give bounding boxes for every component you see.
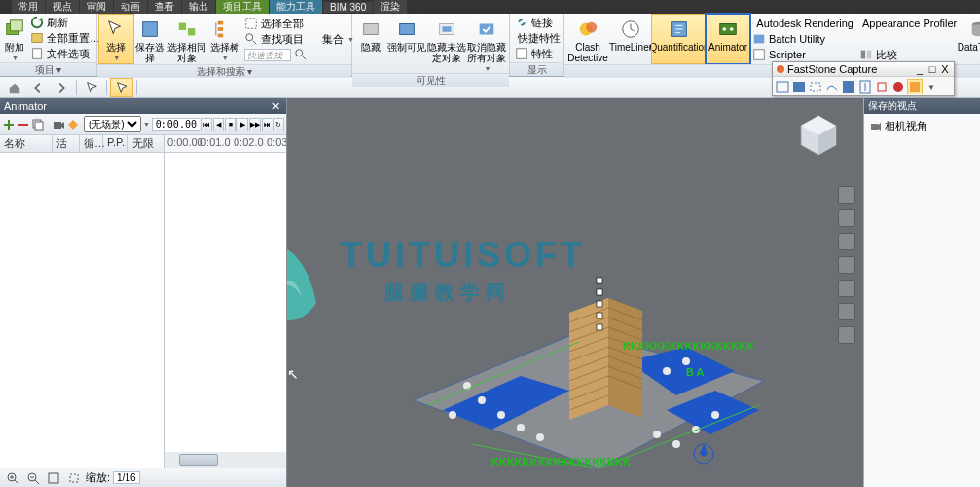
fs-capture-full-button[interactable] [841,79,856,94]
fs-settings-button[interactable]: ▼ [924,79,939,94]
timecode-display[interactable]: 0:00.00 [152,118,200,131]
tab-review[interactable]: 审阅 [80,0,113,14]
faststone-window[interactable]: FastStone Capture _ □ X ▼ [772,61,955,96]
select-button[interactable]: 选择▼ [99,15,133,63]
animator-close-button[interactable]: ✕ [269,100,282,113]
saved-viewpoints-title[interactable]: 保存的视点 [864,98,980,114]
fs-max-button[interactable]: □ [926,63,938,75]
tab-animation[interactable]: 动画 [114,0,147,14]
scroll-icon [858,80,872,94]
zoom-fit-button[interactable] [45,469,62,487]
autodesk-rendering-button[interactable]: Autodesk Rendering [749,16,856,31]
quantification-button[interactable]: Quantification [652,15,707,63]
play-last-button[interactable]: ⏭ [262,118,272,131]
qa-home-button[interactable] [4,79,25,96]
compare-button[interactable]: 比较 [856,47,958,62]
anim-key-button[interactable] [66,116,80,133]
file-options-button[interactable]: 文件选项 [27,46,103,61]
zoom-out-button[interactable] [24,469,42,487]
fs-min-button[interactable]: _ [914,63,926,75]
fs-capture-scroll-button[interactable] [857,79,873,94]
timeline-ruler[interactable]: 0:00.00 0:01.0 0:02.0 0:03.0 [165,135,286,153]
anim-copy-button[interactable] [31,116,45,133]
nav-zoom-button[interactable] [838,209,855,227]
animator-title-bar[interactable]: Animator ✕ [0,98,286,114]
nav-more-button[interactable] [838,326,855,344]
play-stop-button[interactable]: ■ [225,118,236,131]
save-select-button[interactable]: 保存选择 [133,15,167,63]
animator-tree-body[interactable] [0,153,164,468]
tab-output[interactable]: 输出 [182,0,215,14]
props-button[interactable]: 特性 [512,46,563,61]
nav-orbit-button[interactable] [838,233,855,250]
timeline-scrollbar[interactable] [165,452,286,468]
anim-add-button[interactable] [2,116,16,133]
zoom-sel-button[interactable] [65,469,83,487]
play-prev-button[interactable]: ◀ [213,118,224,131]
saved-viewpoints-body[interactable]: 相机视角 [864,114,980,487]
tab-ability[interactable]: 能力工具 [270,0,322,14]
link-button[interactable]: 链接 [512,15,563,30]
scripter-button[interactable]: Scripter [749,47,856,62]
nav-pan-button[interactable] [838,186,855,204]
attach-button[interactable]: 附加▼ [2,15,27,61]
hide-button[interactable]: 隐藏 [354,15,387,72]
fs-close-button[interactable]: X [939,63,951,75]
cursor-icon [103,19,128,40]
find-item-button[interactable]: 查找项目 [241,31,316,47]
qa-back-button[interactable] [27,79,49,96]
fs-output-button[interactable] [907,79,923,94]
fs-record-button[interactable] [890,79,906,94]
svg-rect-105 [811,83,820,91]
animator-button[interactable]: Animator [707,15,749,63]
sets-button[interactable]: 集合▼ [316,31,349,47]
appearance-profiler-button[interactable]: Appearance Profiler [856,16,958,31]
nav-walk-button[interactable] [838,280,855,297]
play-next-button[interactable]: ▶▶ [249,118,261,131]
anim-cam-button[interactable] [52,116,65,133]
tab-view[interactable]: 查看 [148,0,181,14]
quick-find-input[interactable]: 快速查找 [241,47,316,62]
tab-viewpoint[interactable]: 视点 [46,0,79,14]
qa-select-button[interactable] [81,79,102,96]
quick-props-button[interactable]: 快捷特性 [512,30,563,46]
nav-look-button[interactable] [838,256,855,274]
unhide-all-button[interactable]: 取消隐藏所有对象▼ [467,15,507,72]
reset-all-button[interactable]: 全部重置… [27,30,103,46]
qa-select2-button[interactable] [111,79,132,96]
force-visible-button[interactable]: 强制可见 [387,15,427,72]
fs-capture-active-button[interactable] [775,79,790,94]
zoom-field[interactable]: 1/16 [113,471,139,484]
tab-bim360[interactable]: BIM 360 [323,2,373,13]
tab-common[interactable]: 常用 [12,0,45,14]
nav-fly-button[interactable] [838,303,855,320]
clash-button[interactable]: Clash Detective [566,15,609,63]
batch-utility-button[interactable]: Batch Utility [749,31,856,47]
fs-capture-freehand-button[interactable] [824,79,840,94]
timeline-body[interactable] [165,153,286,452]
viewcube[interactable] [793,110,844,161]
fs-capture-fixed-button[interactable] [874,79,889,94]
tab-render[interactable]: 渲染 [374,0,407,14]
tab-project-tools[interactable]: 项目工具 [216,0,269,14]
fs-capture-rect-button[interactable] [808,79,823,94]
3d-viewport[interactable]: TUITUISOFT 腿腿教学网 [287,98,863,487]
select-all-button[interactable]: 选择全部 [241,16,316,31]
select-same-button[interactable]: 选择相同对象 [166,15,207,63]
viewpoint-item[interactable]: 相机视角 [868,118,976,134]
fs-capture-window-button[interactable] [791,79,807,94]
play-play-button[interactable]: ▶ [236,118,247,131]
timeliner-button[interactable]: TimeLiner [609,15,652,63]
zoom-in-button[interactable] [4,469,21,487]
datatools-button[interactable]: DataTools [958,15,980,63]
refresh-button[interactable]: 刷新 [27,15,103,30]
scene-select[interactable]: (无场景) [84,116,141,132]
qa-fwd-button[interactable] [51,79,72,96]
play-first-button[interactable]: ⏮ [201,118,212,131]
anim-del-button[interactable] [17,116,30,133]
play-loop-button[interactable]: ↻ [273,118,284,131]
svg-rect-108 [878,83,886,91]
faststone-title-bar[interactable]: FastStone Capture _ □ X [773,62,954,77]
hide-unselected-button[interactable]: 隐藏未选定对象 [427,15,467,72]
select-tree-button[interactable]: 选择树▼ [208,15,242,63]
